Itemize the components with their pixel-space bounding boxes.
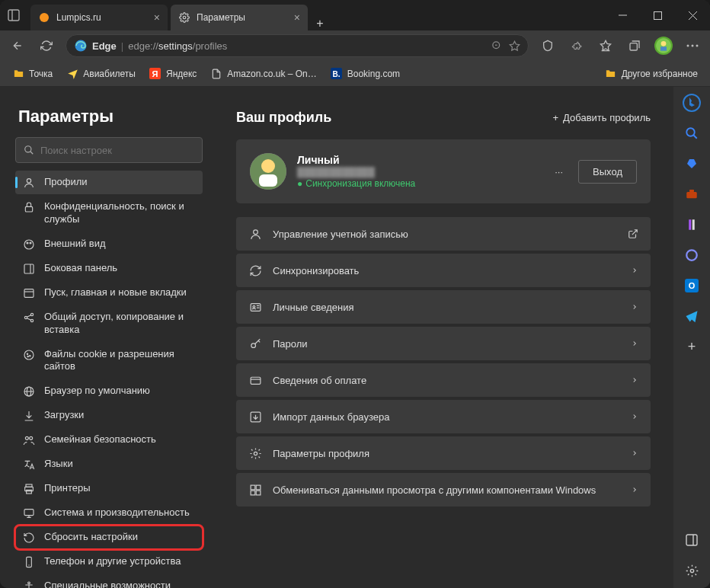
collections-icon[interactable] [622,34,648,58]
settings-row-idcard[interactable]: Личные сведения [236,290,651,324]
close-icon[interactable]: × [154,11,160,24]
nav-label: Боковая панель [44,262,117,275]
nav-item-a11y[interactable]: Специальные возможности [15,574,203,588]
profile-avatar[interactable] [651,34,676,58]
more-icon[interactable] [680,34,705,58]
nav-item-panel[interactable]: Боковая панель [15,257,203,280]
nav-item-phone[interactable]: Телефон и другие устройства [15,550,203,574]
user-icon [248,228,262,241]
minimize-button[interactable] [605,0,640,30]
nav-item-home[interactable]: Пуск, главная и новые вкладки [15,281,203,305]
windows-icon [248,484,262,497]
settings-row-sync[interactable]: Синхронизировать [236,254,651,287]
settings-search[interactable] [15,137,203,163]
nav-item-user[interactable]: Профили [15,171,203,194]
a11y-icon [23,580,35,588]
svg-point-15 [687,45,689,47]
tools-icon[interactable] [682,184,702,204]
nav-item-reset[interactable]: Сбросить настройки [15,526,203,549]
tab-lumpics[interactable]: Lumpics.ru × [30,5,168,30]
office-icon[interactable] [682,245,702,265]
svg-rect-49 [27,491,32,494]
profile-more-icon[interactable]: ··· [550,166,568,177]
tab-title: Lumpics.ru [56,12,149,23]
nav-item-lock[interactable]: Конфиденциальность, поиск и службы [15,195,203,232]
signout-button[interactable]: Выход [578,160,637,184]
bookmark-item[interactable]: B.Booking.com [326,66,405,82]
back-button[interactable] [5,34,30,58]
refresh-button[interactable] [34,34,59,58]
svg-point-13 [661,41,667,46]
settings-row-key[interactable]: Пароли [236,327,651,360]
window-controls [605,0,710,30]
outlook-icon[interactable]: O [682,276,702,296]
settings-row-import[interactable]: Импорт данных браузера [236,400,651,433]
panel-toggle-icon[interactable] [682,530,702,550]
settings-row-windows[interactable]: Обмениваться данными просмотра с другими… [236,473,651,507]
maximize-button[interactable] [640,0,675,30]
svg-point-2 [40,13,49,22]
row-label: Управление учетной записью [273,228,617,240]
nav-item-printer[interactable]: Принтеры [15,477,203,500]
nav-item-lang[interactable]: Языки [15,452,203,476]
key-icon [248,337,262,350]
sync-icon [248,264,262,277]
telegram-icon[interactable] [682,306,702,326]
svg-point-67 [254,452,257,455]
close-icon[interactable]: × [294,11,300,24]
nav-item-system[interactable]: Система и производительность [15,501,203,525]
settings-row-card[interactable]: Сведения об оплате [236,363,651,397]
nav-item-cookie[interactable]: Файлы cookie и разрешения сайтов [15,343,203,379]
close-button[interactable] [675,0,710,30]
bookmark-item[interactable]: ЯЯндекс [145,66,201,82]
svg-point-55 [28,582,30,584]
svg-point-72 [683,94,700,111]
new-tab-button[interactable]: + [308,17,332,30]
settings-list: Управление учетной записьюСинхронизирова… [236,217,651,507]
zoom-icon[interactable] [491,40,503,52]
add-side-icon[interactable]: + [682,337,702,356]
chevron-right-icon [631,484,638,495]
games-icon[interactable] [682,215,702,235]
bookmark-item[interactable]: Amazon.co.uk – On… [206,66,321,82]
search-input[interactable] [40,145,194,156]
tabstrip: Lumpics.ru × Параметры × + [27,0,605,30]
home-icon [23,287,35,299]
svg-text:B.: B. [333,70,341,78]
search-side-icon[interactable] [682,123,702,143]
shopping-icon[interactable] [682,154,702,174]
edge-sidebar: O + [673,87,710,588]
bookmark-item[interactable]: Авиабилеты [62,66,140,82]
nav-item-download[interactable]: Загрузки [15,404,203,427]
nav-label: Языки [44,458,73,471]
titlebar: Lumpics.ru × Параметры × + [0,0,710,30]
nav-label: Принтеры [44,482,91,495]
browser-icon [23,385,35,398]
favorites-icon[interactable] [509,40,520,52]
row-label: Сведения об оплате [273,375,620,386]
extensions-icon[interactable] [564,34,590,58]
other-bookmarks[interactable]: Другое избранное [600,66,702,82]
shield-icon[interactable] [535,34,561,58]
address-bar[interactable]: Edge | edge://settings/profiles [66,34,529,57]
settings-row-settings[interactable]: Параметры профиля [236,436,651,470]
bing-icon[interactable] [682,93,702,113]
app-menu-icon[interactable] [0,0,27,30]
nav-item-share[interactable]: Общий доступ, копирование и вставка [15,305,203,342]
booking-icon: B. [331,68,343,80]
svg-point-84 [690,569,693,572]
svg-point-63 [251,343,255,347]
settings-side-icon[interactable] [682,561,702,580]
bookmark-item[interactable]: Точка [8,66,57,82]
svg-line-74 [693,135,697,139]
settings-row-user[interactable]: Управление учетной записью [236,217,651,251]
nav-item-family[interactable]: Семейная безопасность [15,428,203,452]
phone-icon [23,556,35,568]
add-profile-button[interactable]: + Добавить профиль [553,112,651,123]
favorites-bar-icon[interactable] [593,34,619,58]
page-icon [210,68,222,80]
nav-item-paint[interactable]: Внешний вид [15,232,203,256]
nav-item-browser[interactable]: Браузер по умолчанию [15,379,203,403]
tab-settings[interactable]: Параметры × [171,5,308,30]
row-label: Синхронизировать [273,265,620,276]
